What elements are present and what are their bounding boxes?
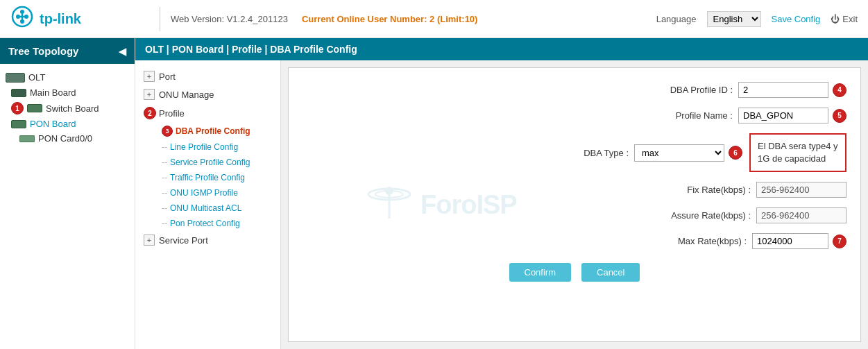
form-area: ForoISP DBA Profile ID : 4 Profile (288, 67, 861, 342)
sidebar-header: Tree Topology ◀ (0, 38, 135, 64)
switch-board-badge: 1 (11, 102, 24, 114)
port-expand-icon: + (144, 71, 155, 82)
header-divider (160, 7, 160, 31)
language-label: Language (656, 14, 697, 24)
sidebar-item-pon-board[interactable]: PON Board (0, 117, 135, 131)
max-rate-input[interactable] (752, 233, 828, 249)
nav-item-onu-manage[interactable]: + ONU Manage (135, 85, 280, 103)
content-area: OLT | PON Board | Profile | DBA Profile … (135, 38, 868, 349)
nav-item-onu-manage-label: ONU Manage (159, 90, 214, 100)
confirm-button[interactable]: Confirm (509, 263, 572, 282)
sidebar-item-pon-card-label: PON Card0/0 (38, 133, 92, 144)
nav-item-port[interactable]: + Port (135, 67, 280, 85)
header-info: Web Version: V1.2.4_201123 Current Onlin… (171, 14, 656, 24)
nav-sub-traffic-profile-config-label: Traffic Profile Config (170, 173, 245, 182)
save-config-link[interactable]: Save Config (772, 14, 821, 24)
sidebar-item-main-board[interactable]: Main Board (0, 85, 135, 100)
nav-item-service-port[interactable]: + Service Port (135, 231, 280, 249)
dash-icon-4: -- (162, 188, 167, 198)
dba-profile-id-label: DBA Profile ID : (622, 85, 733, 95)
nav-item-profile[interactable]: 2 Profile (135, 103, 280, 123)
cancel-button[interactable]: Cancel (581, 263, 640, 282)
header-actions: Language English Chinese Save Config ⏻ E… (656, 11, 858, 27)
fix-rate-input[interactable] (756, 182, 846, 198)
dba-profile-id-badge: 4 (833, 83, 846, 97)
dba-type-badge: 6 (729, 146, 742, 160)
version-text: Web Version: V1.2.4_201123 (171, 14, 288, 24)
sidebar-item-pon-board-label: PON Board (30, 119, 76, 129)
nav-panel: + Port + ONU Manage 2 Profile 3 DB (135, 60, 281, 349)
sidebar: Tree Topology ◀ OLT Main Board 1 Switch … (0, 38, 135, 349)
nav-item-service-port-label: Service Port (159, 235, 208, 246)
service-port-expand-icon: + (144, 235, 155, 246)
nav-sub-profile: 3 DBA Profile Config -- Line Profile Con… (135, 123, 280, 231)
pon-card-icon (19, 135, 35, 142)
sidebar-tree: OLT Main Board 1 Switch Board PON Board (0, 64, 135, 151)
nav-item-port-label: Port (159, 71, 176, 82)
nav-sub-pon-protect-config-label: Pon Protect Config (170, 219, 240, 228)
sidebar-collapse-icon[interactable]: ◀ (119, 46, 126, 57)
power-icon: ⏻ (831, 14, 840, 24)
header: tp-link Web Version: V1.2.4_201123 Curre… (0, 0, 868, 38)
form-row-assure-rate: Assure Rate(kbps) : (303, 207, 846, 223)
nav-item-profile-label: Profile (159, 108, 185, 119)
form-content: DBA Profile ID : 4 Profile Name : 5 (303, 82, 846, 282)
nav-sub-dba-profile-config-label: DBA Profile Config (176, 126, 250, 136)
breadcrumb: OLT | PON Board | Profile | DBA Profile … (135, 38, 868, 60)
max-rate-badge: 7 (833, 235, 846, 248)
nav-sub-pon-protect-config[interactable]: -- Pon Protect Config (155, 216, 280, 231)
dash-icon-5: -- (162, 203, 167, 213)
svg-point-2 (20, 19, 24, 24)
online-users-text: Current Online User Number: 2 (Limit:10) (302, 14, 478, 24)
profile-badge: 2 (144, 107, 156, 119)
max-rate-field-group: 7 (752, 233, 846, 249)
form-row-max-rate: Max Rate(kbps) : 7 (303, 233, 846, 249)
nav-sub-service-profile-config[interactable]: -- Service Profile Config (155, 155, 280, 170)
nav-sub-onu-multicast-acl[interactable]: -- ONU Multicast ACL (155, 201, 280, 216)
assure-rate-input[interactable] (756, 207, 846, 223)
main-board-icon (11, 89, 26, 97)
assure-rate-label: Assure Rate(kbps) : (640, 210, 751, 221)
nav-sub-onu-igmp-profile[interactable]: -- ONU IGMP Profile (155, 185, 280, 201)
profile-name-badge: 5 (833, 109, 846, 123)
dba-type-tooltip: El DBA sera type4 y 1G de capacidad (749, 133, 846, 172)
form-row-profile-name: Profile Name : 5 (303, 108, 846, 124)
form-row-fix-rate: Fix Rate(kbps) : (303, 182, 846, 198)
dba-profile-id-input[interactable] (738, 82, 828, 98)
form-row-dba-profile-id: DBA Profile ID : 4 (303, 82, 846, 98)
onu-manage-expand-icon: + (144, 89, 155, 100)
form-row-dba-type: DBA Type : max fix assure assure+max fix… (303, 133, 846, 172)
profile-name-field-group: 5 (738, 108, 846, 124)
dba-profile-id-field-group: 4 (738, 82, 846, 98)
dba-type-field-group: max fix assure assure+max fix+assure+max… (634, 133, 846, 172)
nav-sub-dba-profile-config[interactable]: 3 DBA Profile Config (155, 123, 280, 139)
dba-profile-config-badge: 3 (162, 126, 173, 137)
sidebar-item-olt-label: OLT (28, 72, 45, 83)
nav-sub-service-profile-config-label: Service Profile Config (170, 158, 250, 167)
main-layout: Tree Topology ◀ OLT Main Board 1 Switch … (0, 38, 868, 349)
dash-icon-2: -- (162, 158, 167, 167)
sidebar-item-olt[interactable]: OLT (0, 69, 135, 85)
nav-sub-line-profile-config-label: Line Profile Config (170, 142, 238, 152)
logo-area: tp-link (10, 5, 149, 33)
exit-label: Exit (842, 14, 858, 24)
olt-board-icon (6, 73, 25, 83)
dba-type-select[interactable]: max fix assure assure+max fix+assure+max (634, 144, 724, 162)
dash-icon-1: -- (162, 142, 167, 152)
sidebar-item-pon-card[interactable]: PON Card0/0 (0, 131, 135, 146)
language-select[interactable]: English Chinese (707, 11, 761, 27)
profile-name-input[interactable] (738, 108, 828, 124)
svg-point-3 (16, 15, 20, 19)
max-rate-label: Max Rate(kbps) : (636, 236, 747, 246)
pon-board-icon (11, 120, 26, 128)
dash-icon-6: -- (162, 219, 167, 228)
nav-sub-traffic-profile-config[interactable]: -- Traffic Profile Config (155, 170, 280, 185)
nav-sub-onu-multicast-acl-label: ONU Multicast ACL (170, 203, 241, 213)
sidebar-item-switch-board[interactable]: 1 Switch Board (0, 100, 135, 117)
main-inner: + Port + ONU Manage 2 Profile 3 DB (135, 60, 868, 349)
sidebar-item-main-board-label: Main Board (30, 87, 76, 98)
sidebar-item-switch-board-label: Switch Board (46, 103, 99, 114)
exit-button[interactable]: ⏻ Exit (831, 14, 858, 24)
nav-sub-line-profile-config[interactable]: -- Line Profile Config (155, 139, 280, 155)
form-buttons: Confirm Cancel (303, 263, 846, 282)
